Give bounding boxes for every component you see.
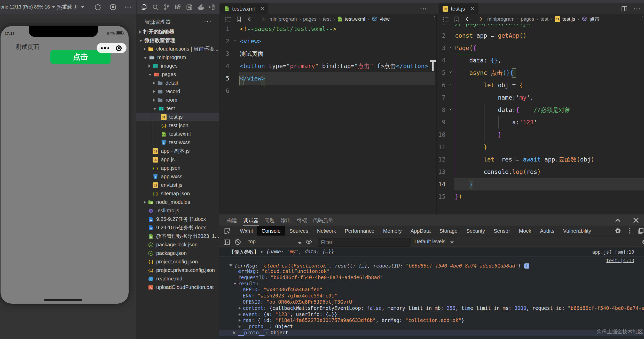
devtools-tab-appdata[interactable]: AppData	[406, 226, 435, 236]
tree-item-cloudfunctions-...[interactable]: cloudfunctions | 当前环境...	[136, 45, 219, 53]
tree-item--2023_1...[interactable]: X教室管理数据导出2023_1...	[136, 232, 219, 240]
console-source-link[interactable]: app.js? [sm]:19	[592, 249, 634, 255]
breadcrumb-kebab-icon[interactable]: ⋮	[640, 17, 643, 19]
console-filter-input[interactable]	[318, 238, 411, 247]
tree-item-package.json[interactable]: JSpackage.json	[136, 249, 219, 257]
extensions-icon[interactable]	[174, 4, 181, 11]
search-icon[interactable]	[152, 4, 159, 11]
toolbar-more-icon[interactable]	[124, 4, 131, 11]
devtools-tab-vulnerability[interactable]: Vulnerability	[559, 226, 595, 236]
nav-forward-icon[interactable]	[476, 16, 484, 22]
devtools-tab-memory[interactable]: Memory	[379, 226, 406, 236]
fold-chevron-icon[interactable]	[449, 45, 453, 50]
code-area-wxml[interactable]: 1<!--pages/test/test.wxml-->2<view>3测试页面…	[219, 14, 436, 214]
tree-item-pages[interactable]: <>pages	[136, 70, 219, 79]
tree-item-app.json[interactable]: {..}app.json	[136, 164, 219, 172]
fold-chevron-icon[interactable]	[234, 39, 238, 43]
files-icon[interactable]	[140, 4, 147, 11]
console-object-row-__proto__[interactable]: __proto__: Object	[219, 324, 644, 330]
console-object-row-event[interactable]: event: {a: "123", userInfo: {…}}	[219, 311, 644, 318]
chevron-right-icon[interactable]	[144, 47, 146, 51]
chevron-right-icon[interactable]	[148, 64, 151, 68]
chevron-down-icon[interactable]	[139, 40, 142, 42]
close-panel-icon[interactable]	[632, 216, 640, 224]
panel-tab-问题[interactable]: 问题	[264, 214, 275, 226]
nav-forward-icon[interactable]	[259, 16, 266, 22]
tree-item-miniprogram[interactable]: miniprogram	[136, 53, 219, 62]
tree-item-detail[interactable]: detail	[136, 79, 219, 87]
live-expression-eye-icon[interactable]	[305, 239, 313, 245]
tab-test-wxml[interactable]: <> test.wxml ✕	[220, 3, 268, 14]
console-object-row-result[interactable]: result:	[219, 281, 644, 287]
collapse-panel-icon[interactable]	[614, 216, 622, 224]
chevron-right-icon[interactable]	[139, 30, 141, 34]
device-selector-dropdown[interactable]: one 12/13 (Pro) 85% 16	[1, 0, 55, 14]
clear-console-icon[interactable]	[234, 239, 241, 245]
tree-item-uploadcloudfunction.bat[interactable]: uploadCloudFunction.bat	[136, 283, 219, 292]
chevron-right-icon[interactable]	[153, 99, 155, 102]
tree-item-node_modules[interactable]: node_modules	[136, 198, 219, 206]
console-object-row-__proto__[interactable]: __proto__: Object	[219, 330, 644, 336]
inspect-element-icon[interactable]	[224, 228, 231, 235]
console-object-row-context[interactable]: context: {callbackWaitsForEmptyEventLoop…	[219, 305, 644, 311]
tab-close-icon[interactable]: ✕	[260, 5, 265, 12]
tree-item-sitemap.json[interactable]: {..}sitemap.json	[136, 189, 219, 198]
outline-icon[interactable]	[442, 16, 449, 22]
devtools-tab-security[interactable]: Security	[462, 226, 489, 236]
chevron-right-icon[interactable]	[153, 90, 155, 93]
tree-item-project.private.config.json[interactable]: {..}project.private.config.json	[136, 266, 219, 275]
split-editor-icon[interactable]	[621, 5, 628, 12]
expand-arrow-icon[interactable]	[233, 331, 235, 334]
devtools-tab-storage[interactable]: Storage	[435, 226, 462, 236]
tree-item-test.wxml[interactable]: <>test.wxml	[136, 130, 219, 138]
panel-toggle-icon[interactable]	[208, 4, 215, 11]
tree-item--[interactable]: 微信教室管理	[136, 36, 219, 45]
devtools-tab-network[interactable]: Network	[313, 226, 340, 236]
tree-item-test.json[interactable]: {..}test.json	[136, 121, 219, 130]
devtools-tab-console[interactable]: Console	[257, 226, 285, 236]
devtools-tab-sensor[interactable]: Sensor	[489, 226, 514, 236]
tree-item-.eslintrc.js[interactable]: .eslintrc.js	[136, 206, 219, 215]
fold-chevron-icon[interactable]	[449, 83, 453, 87]
breadcrumb-item[interactable]: pages	[303, 16, 317, 22]
hot-reload-dropdown[interactable]: 热重载 开	[57, 0, 84, 14]
breadcrumb-item[interactable]: test	[323, 16, 331, 22]
tree-item-test.js[interactable]: JStest.js	[136, 113, 219, 121]
devtools-tab-mock[interactable]: Mock	[514, 226, 536, 236]
explorer-more-icon[interactable]: ···	[204, 17, 212, 25]
expand-arrow-icon[interactable]	[261, 250, 263, 253]
expand-arrow-icon[interactable]	[239, 319, 241, 322]
tree-item-project.config.json[interactable]: {..}project.config.json	[136, 257, 219, 266]
devtools-tab-wxml[interactable]: Wxml	[235, 226, 257, 236]
breadcrumb-kebab-icon[interactable]: ⋮	[433, 17, 435, 19]
devtools-tab-performance[interactable]: Performance	[340, 226, 379, 236]
tree-item-package-lock.json[interactable]: JSpackage-lock.json	[136, 240, 219, 249]
tree-item-test[interactable]: test	[136, 104, 219, 113]
expand-arrow-icon[interactable]	[239, 313, 241, 316]
breadcrumb-item[interactable]: test	[540, 16, 548, 22]
breadcrumb-item[interactable]: 点击	[590, 16, 600, 22]
chevron-right-icon[interactable]	[153, 82, 155, 85]
code-area-js[interactable]: 1// pages/test/test.js2const app = getAp…	[437, 14, 644, 214]
breadcrumb-item[interactable]: miniprogram	[270, 16, 297, 22]
devtools-kebab-icon[interactable]	[628, 227, 631, 235]
panel-tab-构建[interactable]: 构建	[227, 214, 237, 226]
chevron-down-icon[interactable]	[148, 74, 152, 76]
capsule-menu-icon[interactable]	[101, 47, 103, 49]
fold-chevron-icon[interactable]	[449, 70, 453, 74]
nav-back-icon[interactable]	[465, 16, 472, 22]
panel-tab-调试器[interactable]: 调试器	[243, 214, 259, 226]
chevron-down-icon[interactable]	[153, 108, 156, 110]
tree-item-room[interactable]: room	[136, 96, 219, 104]
breadcrumb-item[interactable]: test.wxml	[345, 16, 365, 22]
tree-item-record[interactable]: record	[136, 87, 219, 96]
tab-test-js[interactable]: JS test.js ✕	[439, 3, 478, 14]
collapse-arrow-icon[interactable]	[233, 283, 237, 285]
console-levels-selector[interactable]: Default levels	[414, 236, 454, 247]
collapse-arrow-icon[interactable]	[229, 264, 232, 267]
devtools-copy-icon[interactable]	[637, 228, 644, 234]
breadcrumb-item[interactable]: test.js	[562, 16, 575, 22]
tree-item-test.wxss[interactable]: 3test.wxss	[136, 138, 219, 147]
devtools-tab-audits[interactable]: Audits	[536, 226, 559, 236]
tree-item-app---.js[interactable]: JSapp - 副本.js	[136, 147, 219, 155]
